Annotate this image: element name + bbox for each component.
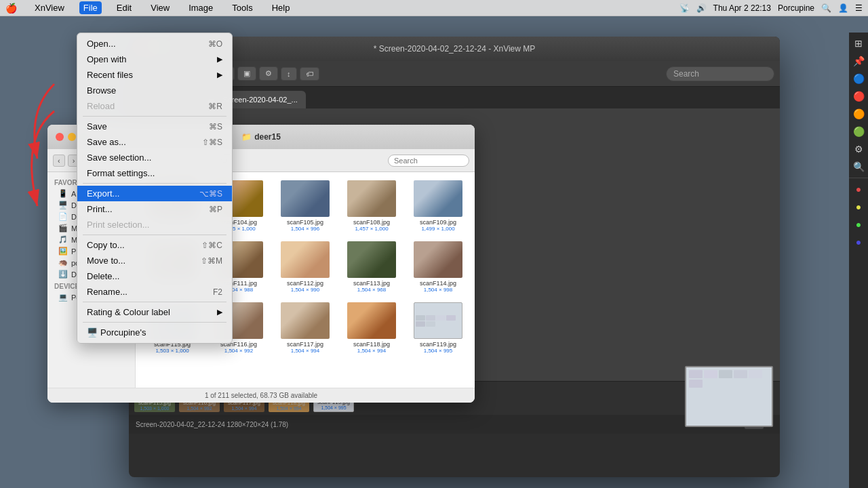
- monitor-icon: 🖥️: [87, 327, 98, 338]
- pictures-icon: 🖼️: [58, 247, 68, 256]
- finder-file-item[interactable]: scanF105.jpg 1,504 × 996: [274, 178, 336, 235]
- finder-file-item[interactable]: scanF108.jpg 1,457 × 1,000: [340, 178, 403, 235]
- finder-file-dims: 1,503 × 1,000: [155, 348, 189, 354]
- finder-file-dims: 1,499 × 1,000: [421, 226, 454, 232]
- xnview-image-statusbar: Screen-2020-04-02_22-12-24 868×488×24 (…: [129, 415, 780, 434]
- menu-print[interactable]: Print... ⌘P: [77, 201, 232, 217]
- rs-icon-11[interactable]: ●: [850, 216, 867, 232]
- menubar-file[interactable]: File: [79, 1, 102, 14]
- menu-move-to[interactable]: Move to... ⇧⌘M: [77, 253, 232, 268]
- menu-rename[interactable]: Rename... F2: [77, 284, 232, 300]
- rs-icon-12[interactable]: ●: [850, 234, 867, 250]
- menubar-image[interactable]: Image: [184, 1, 217, 14]
- menu-browse[interactable]: Browse: [77, 83, 232, 98]
- finder-file-thumb: [281, 180, 330, 217]
- menu-open-shortcut: ⌘O: [208, 39, 222, 49]
- menu-recent-files-arrow: ▶: [217, 70, 222, 79]
- user-name: Porcupine: [778, 3, 814, 13]
- apple-menu-icon[interactable]: 🍎: [5, 3, 17, 14]
- finder-file-dims: 1,504 × 968: [357, 287, 386, 293]
- menubar-tools[interactable]: Tools: [228, 1, 256, 14]
- rs-icon-6[interactable]: 🟢: [850, 123, 867, 140]
- menu-save[interactable]: Save ⌘S: [77, 119, 232, 134]
- menu-open-with[interactable]: Open with ▶: [77, 52, 232, 67]
- datetime: Thu Apr 2 22:13: [713, 3, 771, 13]
- rs-icon-7[interactable]: ⚙: [850, 141, 867, 157]
- menubar: 🍎 XnView File Edit View Image Tools Help…: [0, 0, 868, 16]
- menubar-view[interactable]: View: [146, 1, 174, 14]
- menu-open[interactable]: Open... ⌘O: [77, 36, 232, 52]
- rs-icon-1[interactable]: ⊞: [850, 35, 867, 52]
- menu-porcupines[interactable]: 🖥️ Porcupine's: [77, 325, 232, 340]
- menu-copy-to-shortcut: ⇧⌘C: [201, 241, 222, 250]
- menu-print-selection: Print selection...: [77, 217, 232, 232]
- applications-icon: 📱: [58, 189, 68, 198]
- finder-file-item[interactable]: scanF114.jpg 1,504 × 998: [407, 239, 469, 296]
- finder-file-item[interactable]: scanF119.jpg 1,504 × 995: [407, 300, 469, 357]
- rs-icon-9[interactable]: ●: [850, 181, 867, 197]
- finder-file-thumb: [347, 180, 396, 217]
- porcupine-icon: 🦔: [58, 258, 68, 267]
- menubar-xnview[interactable]: XnView: [31, 1, 68, 14]
- search-icon[interactable]: 🔍: [821, 3, 831, 13]
- menu-rating-colour-label: Rating & Colour label: [87, 307, 170, 317]
- toolbar-tag[interactable]: 🏷: [300, 67, 319, 81]
- menubar-edit[interactable]: Edit: [113, 1, 136, 14]
- menu-save-as[interactable]: Save as... ⇧⌘S: [77, 134, 232, 150]
- finder-file-item[interactable]: scanF117.jpg 1,504 × 994: [274, 300, 336, 357]
- finder-search-input[interactable]: [388, 155, 469, 167]
- rs-icon-8[interactable]: 🔍: [850, 159, 867, 175]
- menu-separator-4: [83, 302, 226, 302]
- movies-icon: 🎬: [58, 224, 68, 232]
- menu-copy-to[interactable]: Copy to... ⇧⌘C: [77, 237, 232, 253]
- menu-separator-3: [83, 235, 226, 235]
- finder-file-item[interactable]: scanF109.jpg 1,499 × 1,000: [407, 178, 469, 235]
- menu-format-settings[interactable]: Format settings...: [77, 165, 232, 181]
- finder-file-dims: 1,504 × 996: [291, 226, 319, 232]
- user-avatar[interactable]: 👤: [838, 3, 848, 13]
- menu-export[interactable]: Export... ⌥⌘S: [77, 186, 232, 201]
- finder-title: 📁 deer15: [241, 132, 281, 142]
- menu-rename-shortcut: F2: [213, 287, 222, 297]
- finder-file-item[interactable]: scanF118.jpg 1,504 × 994: [340, 300, 403, 357]
- finder-close-button[interactable]: [56, 133, 64, 141]
- rs-icon-4[interactable]: 🔴: [850, 88, 867, 104]
- finder-file-dims: 1,504 × 994: [291, 348, 319, 354]
- finder-file-thumb: [281, 302, 330, 339]
- downloads-icon: ⬇️: [58, 270, 68, 279]
- finder-file-dims: 1,504 × 992: [224, 348, 253, 354]
- menu-browse-label: Browse: [87, 85, 116, 96]
- toolbar-action[interactable]: ↕: [281, 67, 297, 81]
- rs-icon-2[interactable]: 📌: [850, 53, 867, 69]
- menubar-help[interactable]: Help: [268, 1, 294, 14]
- menu-icon[interactable]: ☰: [855, 3, 863, 13]
- finder-file-name: scanF112.jpg: [287, 280, 323, 287]
- finder-file-name: scanF108.jpg: [353, 219, 390, 226]
- menu-reload-label: Reload: [87, 101, 115, 111]
- toolbar-size[interactable]: ▣: [237, 66, 256, 81]
- xnview-search-bar[interactable]: Search: [666, 66, 774, 81]
- menu-print-label: Print...: [87, 204, 113, 214]
- finder-minimize-button[interactable]: [68, 133, 76, 141]
- finder-file-name: scanF109.jpg: [420, 219, 456, 226]
- menu-separator-1: [83, 116, 226, 117]
- rs-icon-10[interactable]: ●: [850, 199, 867, 215]
- app-background: 📁 deer15 ‹ › ⊞ ☰ ⊟ ⊡ ⌥ ⚙ ⬆ 🏷 Favorites 📱…: [0, 16, 868, 488]
- finder-file-thumb: [281, 241, 330, 278]
- rs-icon-5[interactable]: 🟠: [850, 106, 867, 122]
- toolbar-settings[interactable]: ⚙: [259, 66, 278, 81]
- menu-delete[interactable]: Delete...: [77, 268, 232, 284]
- finder-back-btn[interactable]: ‹: [53, 155, 65, 167]
- menu-move-to-shortcut: ⇧⌘M: [201, 256, 222, 266]
- finder-file-name: scanF119.jpg: [420, 341, 456, 348]
- finder-file-dims: 1,504 × 990: [291, 287, 319, 293]
- menu-save-selection[interactable]: Save selection...: [77, 150, 232, 165]
- menu-recent-files[interactable]: Recent files ▶: [77, 67, 232, 83]
- menu-recent-files-label: Recent files: [87, 70, 133, 80]
- menu-rating-colour-arrow: ▶: [217, 308, 222, 317]
- menu-rename-label: Rename...: [87, 287, 127, 297]
- finder-file-item[interactable]: scanF112.jpg 1,504 × 990: [274, 239, 336, 296]
- finder-file-item[interactable]: scanF113.jpg 1,504 × 968: [340, 239, 403, 296]
- rs-icon-3[interactable]: 🔵: [850, 70, 867, 87]
- menu-rating-colour[interactable]: Rating & Colour label ▶: [77, 304, 232, 320]
